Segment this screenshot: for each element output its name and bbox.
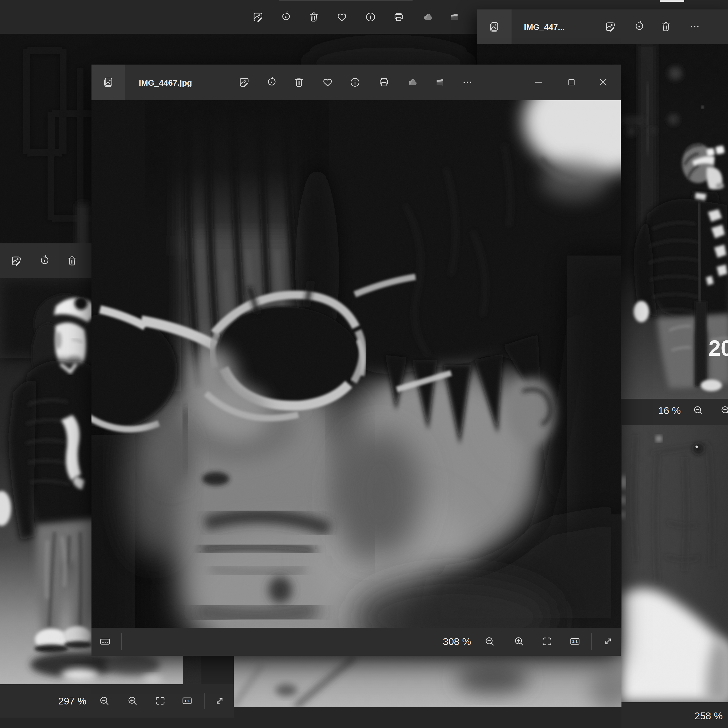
- svg-text:20: 20: [708, 336, 728, 360]
